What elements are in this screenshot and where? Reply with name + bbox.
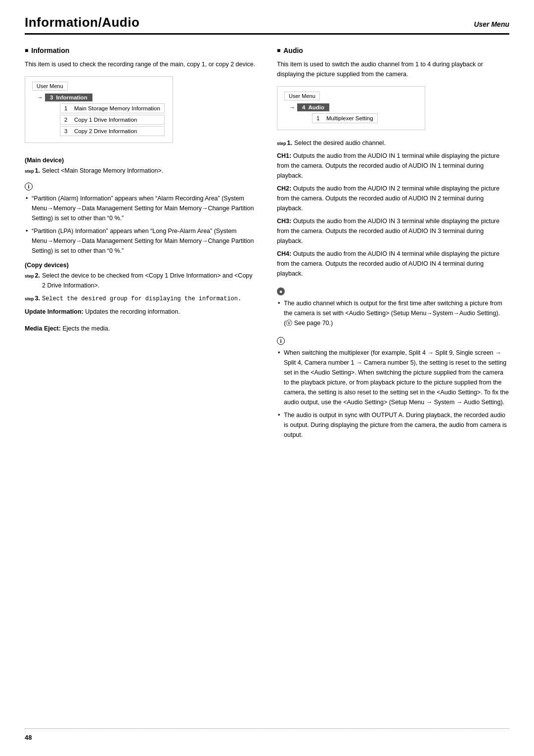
step2-num: 2. (35, 271, 40, 281)
info-icon: i (25, 183, 33, 190)
menu-highlight-box: 3 Information (45, 94, 92, 101)
ch1-desc: Outputs the audio from the AUDIO IN 1 te… (277, 152, 499, 179)
channel-descriptions: CH1: Outputs the audio from the AUDIO IN… (277, 151, 509, 279)
audio-menu-arrow-icon: → (289, 103, 295, 111)
audio-step1-line: step 1. Select the desired audio channel… (277, 138, 509, 148)
two-col-layout: Information This item is used to check t… (25, 47, 509, 445)
menu-item-row: 3 Copy 2 Drive Information (60, 126, 165, 136)
audio-menu-arrow-row: → 4 Audio 1 Multiplexer Setting (289, 103, 418, 125)
ch1-label: CH1: (277, 152, 291, 159)
menu-item-num: 2 (64, 117, 70, 123)
step3-prefix: step (25, 295, 34, 302)
audio-heading: Audio (277, 47, 509, 54)
audio-menu-diagram: User Menu → 4 Audio 1 Multiplexer Settin… (277, 86, 425, 130)
footer-divider (25, 728, 509, 729)
information-menu-diagram: User Menu → 3 Information 1 Main Storage… (25, 76, 173, 143)
step3-line: step 3. Select the desired group for dis… (25, 293, 257, 304)
ch3-label: CH3: (277, 218, 291, 225)
page-title: Information/Audio (25, 15, 139, 30)
step1-num: 1. (35, 166, 40, 176)
menu-item-num: 1 (64, 105, 70, 111)
information-intro: This item is used to check the recording… (25, 59, 257, 69)
audio-note-item: The audio channel which is output for th… (277, 298, 509, 328)
ch4-desc: Outputs the audio from the AUDIO IN 4 te… (277, 250, 499, 277)
information-heading: Information (25, 47, 257, 54)
ch1-text: CH1: Outputs the audio from the AUDIO IN… (277, 151, 509, 181)
step1-text: Select <Main Storage Memory Information>… (42, 166, 257, 176)
ch3-desc: Outputs the audio from the AUDIO IN 3 te… (277, 218, 499, 244)
page-header: Information/Audio User Menu (25, 15, 509, 35)
main-device-heading: (Main device) (25, 157, 257, 164)
ch2-desc: Outputs the audio from the AUDIO IN 2 te… (277, 185, 499, 212)
audio-step1-num: 1. (287, 138, 292, 148)
menu-highlight-label: Information (56, 94, 87, 100)
info-notes-list: “Partition (Alarm) Information” appears … (25, 193, 257, 256)
menu-top-label: User Menu (32, 82, 68, 91)
ch4-text: CH4: Outputs the audio from the AUDIO IN… (277, 249, 509, 279)
audio-info-icon: i (277, 337, 285, 345)
menu-item-label: Copy 1 Drive Information (74, 117, 137, 123)
step1-line: step 1. Select <Main Storage Memory Info… (25, 166, 257, 176)
menu-item-row: 2 Copy 1 Drive Information (60, 115, 165, 125)
menu-item-label: Main Storage Memory Information (74, 105, 160, 111)
ch3-text: CH3: Outputs the audio from the AUDIO IN… (277, 216, 509, 246)
step3-text: Select the desired group for displaying … (42, 294, 257, 304)
audio-intro: This item is used to switch the audio ch… (277, 59, 509, 79)
audio-menu-item-num: 1 (316, 115, 322, 121)
menu-highlight-num: 3 (50, 94, 53, 100)
audio-caution-item-2: The audio is output in sync with OUTPUT … (277, 410, 509, 440)
menu-arrow-icon: → (37, 94, 43, 101)
menu-item-label: Copy 2 Drive Information (74, 128, 137, 134)
audio-menu-highlight-box: 4 Audio (297, 103, 329, 111)
ch2-label: CH2: (277, 185, 291, 192)
info-note-item: “Partition (Alarm) Information” appears … (25, 193, 257, 223)
step2-line: step 2. Select the device to be checked … (25, 271, 257, 290)
media-eject-label: Media Eject: (25, 325, 61, 332)
copy-devices-heading: (Copy devices) (25, 262, 257, 269)
ch2-text: CH2: Outputs the audio from the AUDIO IN… (277, 184, 509, 213)
menu-items-list: 1 Main Storage Memory Information 2 Copy… (60, 103, 165, 136)
update-label: Update Information: (25, 308, 84, 315)
note-icon: ● (277, 287, 285, 295)
audio-note-list: The audio channel which is output for th… (277, 298, 509, 328)
audio-caution-list: When switching the multiplexer (for exam… (277, 348, 509, 440)
step3-num: 3. (35, 293, 40, 303)
step2-text: Select the device to be checked from <Co… (42, 271, 257, 290)
col-left: Information This item is used to check t… (25, 47, 257, 445)
media-eject-text: Media Eject: Ejects the media. (25, 324, 257, 333)
info-note-item: “Partition (LPA) Information” appears wh… (25, 226, 257, 256)
ch4-label: CH4: (277, 250, 291, 257)
step2-prefix: step (25, 273, 34, 280)
footer-page-number: 48 (25, 734, 32, 741)
menu-item-row: 1 Main Storage Memory Information (60, 103, 165, 113)
audio-menu-top-label: User Menu (284, 92, 320, 100)
menu-item-num: 3 (64, 128, 70, 134)
audio-caution-item-1: When switching the multiplexer (for exam… (277, 348, 509, 407)
audio-menu-item-row: 1 Multiplexer Setting (312, 113, 378, 123)
audio-menu-highlight-num: 4 (302, 104, 305, 110)
audio-menu-items-list: 1 Multiplexer Setting (312, 113, 378, 123)
audio-step1-text: Select the desired audio channel. (294, 138, 509, 148)
page-section-label: User Menu (474, 20, 509, 28)
step1-prefix: step (25, 168, 34, 175)
page-footer: 48 (0, 728, 534, 741)
audio-menu-item-label: Multiplexer Setting (326, 115, 373, 121)
audio-step1-prefix: step (277, 140, 286, 147)
audio-menu-highlight-label: Audio (308, 104, 324, 110)
update-information-text: Update Information: Updates the recordin… (25, 307, 257, 317)
col-right: Audio This item is used to switch the au… (277, 47, 509, 445)
page-container: Information/Audio User Menu Information … (0, 0, 534, 474)
menu-arrow-row: → 3 Information 1 Main Storage Memory In… (37, 94, 166, 138)
